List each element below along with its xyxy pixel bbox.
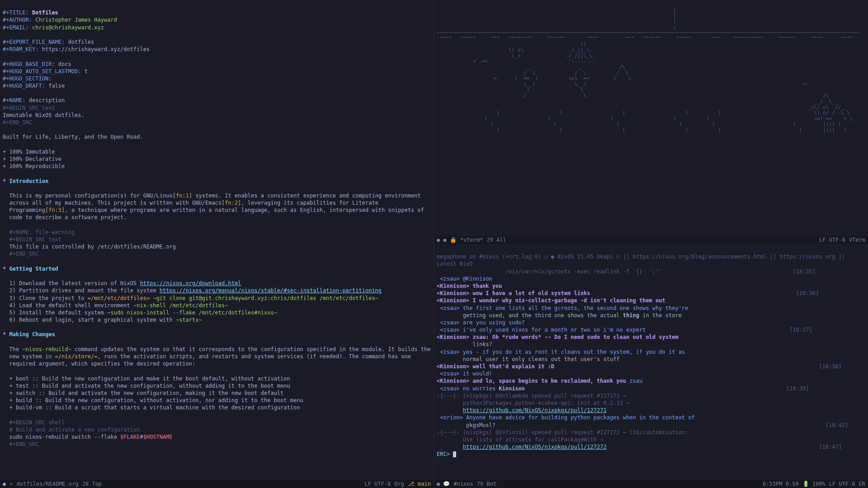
gs5a: 5) Install the default system <box>9 310 107 316</box>
mc-p1a: The <box>9 346 22 352</box>
ascii-line: __\\/ o\ //__ <box>437 104 847 110</box>
irc-line: <Kinnison> and lo, space begins to be re… <box>437 378 642 384</box>
irc-topic2: /nix/var/nix/gcroots -exec readlink -f '… <box>437 268 662 275</box>
sh-host: $HOSTNAME <box>143 434 173 440</box>
editor-pane: #+TITLE: Dotfiles #+AUTHOR: Christopher … <box>0 0 434 488</box>
modeline-mod-icon: ● <box>3 480 6 488</box>
vterm-modeline: ● ● 🔒 *vterm* 29 All LF UTF-8 VTerm <box>434 236 868 244</box>
irc-line: <Kinnison> I wonder why nix-collect-garb… <box>437 297 665 304</box>
irc-modeline: ● 💬 #nixos 79 Bot 6:53PM 0.50 🔋 100% LF … <box>434 480 868 488</box>
ascii-line: ) \ <box>437 87 584 93</box>
ascii-line: \__/ \__/ ~~ <box>437 81 808 87</box>
modeline-time: 6:53PM 0.50 <box>763 480 798 488</box>
heading-star: * <box>3 178 6 184</box>
ascii-line: | <box>437 13 676 19</box>
ascii-line: |_< ./_/||\_\. <box>437 53 595 59</box>
irc-pr-url[interactable]: https://github.com/NixOS/nixpkgs/pull/12… <box>463 444 607 450</box>
fn2[interactable]: [fn:2] <box>222 200 241 206</box>
irc-ts: [18:36] <box>796 290 819 296</box>
ascii-line: | <box>437 24 676 30</box>
intro-p3b: , a technique where programs are written… <box>65 207 424 213</box>
gs4a: 4) Load the default shell environment <box>9 302 133 309</box>
modeline-position: 29 All <box>486 236 506 244</box>
email-key: #+EMAIL: <box>3 24 29 31</box>
hugo-lastmod-val: t <box>85 68 88 75</box>
vterm-content[interactable]: | | | <box>434 0 868 236</box>
hugo-base-val: docs <box>58 61 71 67</box>
modeline-major-mode: VTerm <box>849 236 865 244</box>
irc-line: pkgsMusl? <box>437 422 495 428</box>
gs2-url[interactable]: https://nixos.org/manual/nixos/stable/#s… <box>160 287 382 294</box>
intro-p1a: This is my personal configuration(s) for… <box>9 192 172 199</box>
mc-b1: + boot :: Build the new configuration an… <box>9 375 290 382</box>
editor-modeline: ● « dotfiles/README.org 28 Top LF UTF-8 … <box>0 480 434 488</box>
name-fw-key: #+NAME: <box>9 229 32 235</box>
bullet-3: + 100% Reproducible <box>3 163 65 169</box>
irc-line: <Kinnison> well that'd explain it :D <box>437 363 554 370</box>
ascii-line: || <box>437 41 586 47</box>
ascii-line: / \ / \ / \ <box>437 70 628 76</box>
mc-p1b: ~nixos-rebuild~ <box>22 346 71 352</box>
roam-key: #+ROAM_KEY: <box>3 46 38 52</box>
gs3b: =/mnt/etc/dotfiles= <box>88 295 150 301</box>
ascii-line: | <box>437 7 676 13</box>
irc-line: <zsau> yes - if you do it as root it cle… <box>437 349 685 355</box>
irc-prompt[interactable]: ERC> <box>437 451 453 457</box>
irc-ts: [18:35] <box>793 268 816 275</box>
ascii-line: | <box>437 19 676 24</box>
modeline-filename: dotfiles/README.org <box>16 480 78 488</box>
irc-ts: [18:42] <box>826 422 849 428</box>
irc-bot-line: Use lists of attrsets for callPackageWit… <box>437 436 603 443</box>
hugo-section-key: #+HUGO_SECTION: <box>3 75 52 82</box>
mc-p2b: =/nix/store/= <box>55 353 98 360</box>
irc-bot-line: -{~-~}- [nixpkgs] @Infinisil opened pull… <box>437 429 688 436</box>
tagline: Built for Life, Liberty, and the Open Ro… <box>3 134 143 140</box>
heading-getting: Getting Started <box>9 266 58 272</box>
mc-p1c: command updates the system so that it co… <box>71 346 431 352</box>
ascii-line: ) ) ) ) ) \\ o/ /--\ \ <box>437 110 850 116</box>
export-key: #+EXPORT_FILE_NAME: <box>3 39 65 45</box>
author-val: Christopher James Hayward <box>35 17 117 23</box>
gs1-url[interactable]: https://nixos.org/download.html <box>140 280 241 286</box>
irc-bot-line: -{~-~}- [nixpkgs] @dotlambda opened pull… <box>437 393 626 399</box>
heading-star: * <box>3 331 6 338</box>
irc-line: <zsau> are you using sudo? <box>437 319 525 326</box>
modeline-icons: ● ● 🔒 <box>437 236 457 244</box>
irc-cursor[interactable] <box>453 451 456 457</box>
right-pane: | | | <box>434 0 868 488</box>
irc-line: normal user it only cleans out that user… <box>437 356 620 362</box>
begin-src-2: #+BEGIN_SRC text <box>9 236 61 243</box>
end-src-1: #+END_SRC <box>3 119 32 126</box>
modeline-encoding: LF UTF-8 <box>819 236 845 244</box>
irc-line: getting used, and the third one shows th… <box>437 312 682 319</box>
name-desc-val: description <box>29 97 65 103</box>
intro-p3a: Programming <box>9 207 45 213</box>
mc-p2a: new system in <box>9 353 55 360</box>
ascii-line: / \ /\ <box>437 93 829 99</box>
ascii-line: <' ' ) == ( <o) =< / \ <box>437 75 631 81</box>
fn1[interactable]: [fn:1] <box>173 192 192 199</box>
irc-line: <orion> Anyone have advice for building … <box>437 414 695 421</box>
ascii-line: <'.>< '-------' <box>437 58 595 64</box>
modeline-major-mode: ER <box>859 480 865 488</box>
irc-pr-url[interactable]: https://github.com/NixOS/nixpkgs/pull/12… <box>463 407 607 413</box>
mc-b5: + build-vm :: Build a script that starts… <box>9 404 300 411</box>
name-desc-key: #+NAME: <box>3 97 26 103</box>
irc-ts: [18:47] <box>819 444 842 450</box>
ascii-line: ^^^^ ^^^^^ ^^^ ^^^^^^^^ ^^^^^^ ^^^^ ^^^ … <box>437 36 856 42</box>
bullet-1: + 100% Immutable <box>3 149 55 155</box>
fn3[interactable]: [fn:3] <box>45 207 65 213</box>
irc-line: <Kinnison> wow I have a lot of old syste… <box>437 290 590 296</box>
modeline-position: 79 Bot <box>477 480 496 488</box>
irc-content[interactable]: megaphone on #nixos (+nrt,lag:0) ○ ● Nix… <box>434 244 868 480</box>
irc-line: <zsau> it would! <box>437 371 492 377</box>
editor-content[interactable]: #+TITLE: Dotfiles #+AUTHOR: Christopher … <box>0 0 434 480</box>
ascii-line: __ __ /\ <box>437 64 625 70</box>
intro-p4: code to describe a software project. <box>9 214 127 221</box>
ascii-line: \/ o\ ./_||_\. <box>437 47 592 53</box>
modeline-buffer-name: *vterm* <box>460 236 483 244</box>
gs5b: ~sudo nixos-install --flake /mnt/etc/dot… <box>107 310 277 316</box>
sh-flake: $FLAKE <box>120 434 140 440</box>
heading-star: * <box>3 266 6 272</box>
modeline-chev-icon: « <box>9 480 13 488</box>
